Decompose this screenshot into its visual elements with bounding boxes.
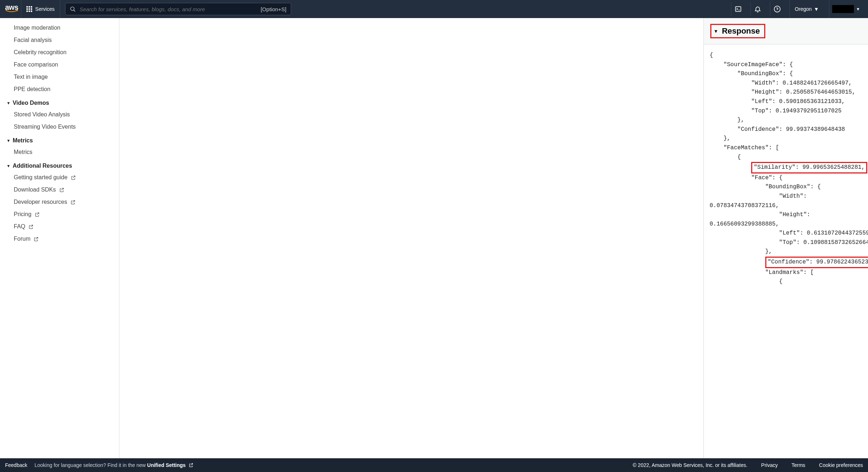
help-button[interactable] [770, 2, 784, 16]
services-button[interactable]: Services [26, 0, 60, 18]
external-link-icon [34, 212, 40, 217]
search-hint: [Option+S] [261, 6, 286, 12]
sidebar-item-forum[interactable]: Forum [0, 233, 119, 245]
response-header[interactable]: ▼ Response [704, 18, 868, 44]
aws-swoosh-icon [5, 9, 18, 13]
response-title: Response [722, 26, 760, 36]
center-content [119, 18, 703, 458]
account-redacted [832, 5, 854, 13]
chevron-down-icon: ▼ [814, 6, 819, 12]
svg-rect-2 [736, 7, 741, 11]
sidebar-item-developer-resources[interactable]: Developer resources [0, 196, 119, 208]
sidebar-item-label: FAQ [14, 223, 25, 230]
sidebar-item-facial-analysis[interactable]: Facial analysis [0, 34, 119, 46]
help-icon [774, 5, 781, 13]
search-icon [70, 6, 76, 12]
sidebar-item-ppe-detection[interactable]: PPE detection [0, 83, 119, 95]
sidebar-section-additional-resources[interactable]: ▼ Additional Resources [0, 158, 119, 171]
external-link-icon [59, 187, 64, 193]
sidebar-item-download-sdks[interactable]: Download SDKs [0, 184, 119, 196]
sidebar-item-label: Forum [14, 236, 30, 242]
external-link-icon [188, 463, 193, 468]
chevron-down-icon: ▼ [7, 101, 10, 105]
cloudshell-button[interactable] [731, 2, 745, 16]
search-input-wrapper[interactable]: [Option+S] [65, 3, 291, 15]
sidebar: Image moderation Facial analysis Celebri… [0, 18, 119, 458]
sidebar-item-label: Download SDKs [14, 186, 56, 193]
feedback-button[interactable]: Feedback [5, 462, 27, 468]
sidebar-item-label: Pricing [14, 211, 31, 218]
aws-logo[interactable]: aws [5, 0, 21, 18]
footer-bar: Feedback Looking for language selection?… [0, 458, 868, 472]
bell-icon [754, 5, 761, 13]
external-link-icon [28, 224, 34, 229]
sidebar-item-stored-video-analysis[interactable]: Stored Video Analysis [0, 108, 119, 121]
external-link-icon [71, 175, 76, 180]
svg-line-1 [74, 10, 75, 11]
svg-point-0 [71, 7, 74, 10]
sidebar-item-label: Developer resources [14, 199, 67, 205]
cookie-preferences-link[interactable]: Cookie preferences [819, 462, 863, 468]
sidebar-item-face-comparison[interactable]: Face comparison [0, 59, 119, 71]
sidebar-item-getting-started[interactable]: Getting started guide [0, 171, 119, 184]
chevron-down-icon: ▼ [714, 29, 718, 34]
region-selector[interactable]: Oregon ▼ [790, 0, 824, 18]
sidebar-item-streaming-video-events[interactable]: Streaming Video Events [0, 121, 119, 133]
sidebar-section-metrics[interactable]: ▼ Metrics [0, 133, 119, 146]
section-label: Additional Resources [13, 163, 72, 169]
sidebar-item-celebrity-recognition[interactable]: Celebrity recognition [0, 46, 119, 59]
cloudshell-icon [735, 5, 742, 13]
external-link-icon [33, 236, 39, 242]
section-label: Metrics [13, 137, 33, 144]
sidebar-item-text-in-image[interactable]: Text in image [0, 71, 119, 83]
services-label: Services [35, 6, 55, 12]
account-selector[interactable]: ▼ [829, 0, 863, 18]
external-link-icon [70, 199, 76, 205]
notifications-button[interactable] [750, 2, 765, 16]
highlight-similarity: "Similarity": 99.99653625488281, [751, 162, 867, 173]
search-input[interactable] [80, 6, 257, 12]
language-hint: Looking for language selection? Find it … [34, 462, 193, 468]
chevron-down-icon: ▼ [856, 7, 860, 11]
sidebar-item-pricing[interactable]: Pricing [0, 208, 119, 220]
highlight-confidence: "Confidence": 99.97862243652344, [765, 257, 868, 268]
sidebar-item-label: Getting started guide [14, 174, 68, 181]
copyright-text: © 2022, Amazon Web Services, Inc. or its… [633, 462, 747, 468]
response-panel: ▼ Response { "SourceImageFace": { "Bound… [703, 18, 868, 458]
privacy-link[interactable]: Privacy [761, 462, 778, 468]
chevron-down-icon: ▼ [7, 138, 10, 143]
section-label: Video Demos [13, 100, 49, 106]
response-json-body[interactable]: { "SourceImageFace": { "BoundingBox": { … [704, 44, 868, 458]
terms-link[interactable]: Terms [791, 462, 805, 468]
sidebar-item-metrics[interactable]: Metrics [0, 146, 119, 158]
sidebar-item-image-moderation[interactable]: Image moderation [0, 22, 119, 34]
top-nav: aws Services [Option+S] Oregon [0, 0, 868, 18]
sidebar-section-video-demos[interactable]: ▼ Video Demos [0, 95, 119, 108]
svg-point-3 [774, 6, 780, 12]
main-area: Image moderation Facial analysis Celebri… [0, 18, 868, 458]
sidebar-item-faq[interactable]: FAQ [0, 220, 119, 233]
unified-settings-link[interactable]: Unified Settings [147, 462, 186, 468]
region-label: Oregon [795, 6, 812, 12]
chevron-down-icon: ▼ [7, 164, 10, 168]
apps-grid-icon [26, 6, 32, 12]
